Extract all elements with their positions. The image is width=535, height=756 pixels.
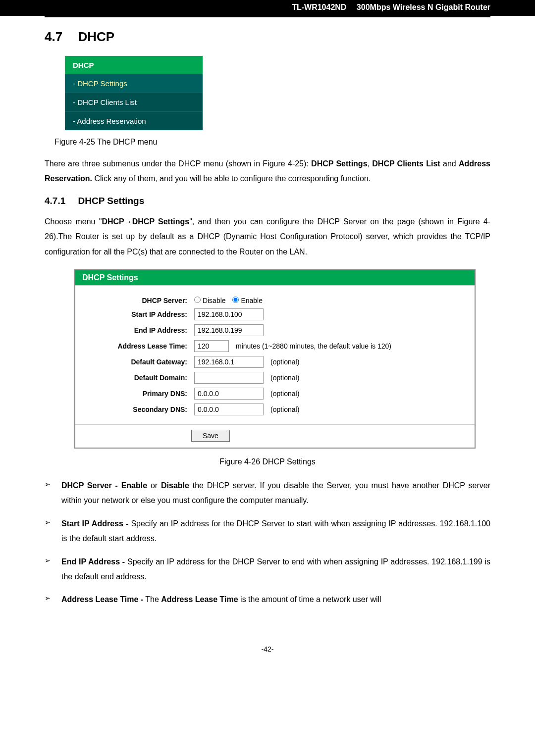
figure-4-25-caption: Figure 4-25 The DHCP menu	[54, 138, 490, 147]
input-end-ip[interactable]	[194, 324, 264, 336]
bold: Address Lease Time -	[61, 595, 143, 604]
text: or	[147, 481, 161, 490]
dhcp-menu: DHCP - DHCP Settings - DHCP Clients List…	[64, 55, 203, 131]
hint-optional: (optional)	[270, 390, 299, 398]
paragraph-choose-menu: Choose menu "DHCP→DHCP Settings", and th…	[45, 214, 490, 259]
dhcp-settings-panel: DHCP Settings DHCP Server: Disable Enabl…	[74, 269, 476, 449]
input-start-ip[interactable]	[194, 308, 264, 320]
dhcp-server-radio-group: Disable Enable	[194, 297, 268, 304]
bold: End IP Address -	[61, 557, 125, 566]
bullet-text: End IP Address - Specify an IP address f…	[61, 554, 490, 585]
subsection-heading: 4.7.1 DHCP Settings	[45, 196, 490, 206]
bullet-text: Address Lease Time - The Address Lease T…	[61, 592, 490, 607]
panel-footer: Save	[75, 424, 475, 448]
subsection-number: 4.7.1	[45, 196, 65, 206]
menu-item-settings: - DHCP Settings	[65, 74, 203, 93]
hint-optional: (optional)	[270, 358, 299, 366]
text: is the amount of time a network user wil…	[238, 595, 381, 604]
input-primary-dns[interactable]	[194, 388, 264, 400]
bold: DHCP Settings	[311, 159, 367, 168]
text: ).The Router is set up by default as a D…	[45, 232, 490, 255]
text: Choose menu "	[45, 217, 102, 226]
radio-text: Enable	[241, 297, 263, 304]
bold: DHCP Settings	[132, 217, 189, 226]
section-heading: 4.7 DHCP	[45, 29, 490, 45]
bullet-text: Start IP Address - Specify an IP address…	[61, 516, 490, 547]
bullet-text: DHCP Server - Enable or Disable the DHCP…	[61, 478, 490, 508]
radio-disable-label[interactable]: Disable	[194, 297, 226, 304]
menu-header: DHCP	[65, 56, 203, 74]
label-end-ip: End IP Address:	[85, 326, 194, 334]
label-gateway: Default Gateway:	[85, 358, 194, 366]
hint-optional: (optional)	[270, 405, 299, 413]
label-dhcp-server: DHCP Server:	[85, 297, 194, 304]
row-dhcp-server: DHCP Server: Disable Enable	[85, 295, 465, 306]
row-secondary-dns: Secondary DNS: (optional)	[85, 402, 465, 417]
bold: Start IP Address -	[61, 519, 128, 528]
text: Specify an IP address for the DHCP Serve…	[61, 557, 490, 581]
text: The	[143, 595, 161, 604]
row-primary-dns: Primary DNS: (optional)	[85, 386, 465, 402]
radio-enable-label[interactable]: Enable	[232, 297, 262, 304]
text: There are three submenus under the DHCP …	[45, 159, 263, 168]
row-gateway: Default Gateway: (optional)	[85, 354, 465, 370]
list-item: ➢ Address Lease Time - The Address Lease…	[45, 592, 490, 607]
label-start-ip: Start IP Address:	[85, 310, 194, 318]
bold: Disable	[161, 481, 189, 490]
paragraph-submenus: There are three submenus under the DHCP …	[45, 156, 490, 187]
product-name: 300Mbps Wireless N Gigabit Router	[357, 3, 490, 11]
input-domain[interactable]	[194, 372, 264, 384]
input-gateway[interactable]	[194, 356, 264, 368]
radio-text: Disable	[203, 297, 226, 304]
panel-body: DHCP Server: Disable Enable Start IP Add…	[75, 285, 475, 424]
label-primary-dns: Primary DNS:	[85, 390, 194, 398]
input-secondary-dns[interactable]	[194, 403, 264, 415]
list-item: ➢ DHCP Server - Enable or Disable the DH…	[45, 478, 490, 508]
page-number: -42-	[0, 630, 535, 663]
row-domain: Default Domain: (optional)	[85, 370, 465, 386]
page-content: 4.7 DHCP DHCP - DHCP Settings - DHCP Cli…	[0, 29, 535, 630]
bold: DHCP	[102, 217, 124, 226]
bold: DHCP Clients List	[372, 159, 440, 168]
bullet-icon: ➢	[45, 516, 61, 526]
bullet-icon: ➢	[45, 592, 61, 602]
panel-title: DHCP Settings	[75, 270, 475, 285]
subsection-title-text: DHCP Settings	[78, 196, 145, 206]
header-rule	[45, 16, 490, 17]
row-end-ip: End IP Address:	[85, 322, 465, 338]
text: ):	[304, 159, 311, 168]
section-title-text: DHCP	[78, 29, 114, 44]
label-lease-time: Address Lease Time:	[85, 342, 194, 350]
radio-enable[interactable]	[232, 297, 239, 303]
hint-lease: minutes (1~2880 minutes, the default val…	[236, 342, 391, 350]
menu-item-reservation: - Address Reservation	[65, 111, 203, 130]
hint-optional: (optional)	[270, 374, 299, 382]
radio-disable[interactable]	[194, 297, 201, 303]
model-code: TL-WR1042ND	[292, 3, 346, 11]
text: ,	[368, 159, 373, 168]
text: Click any of them, and you will be able …	[92, 174, 371, 183]
label-secondary-dns: Secondary DNS:	[85, 405, 194, 413]
label-domain: Default Domain:	[85, 374, 194, 382]
list-item: ➢ Start IP Address - Specify an IP addre…	[45, 516, 490, 547]
text: and	[440, 159, 459, 168]
text: ", and then you can configure the DHCP S…	[189, 217, 457, 226]
section-number: 4.7	[45, 29, 62, 44]
save-button[interactable]: Save	[191, 430, 230, 442]
bullet-icon: ➢	[45, 554, 61, 564]
row-start-ip: Start IP Address:	[85, 306, 465, 322]
bold: DHCP Server - Enable	[61, 481, 147, 490]
fig-ref: Figure 4-25	[263, 159, 304, 168]
bold: Address Lease Time	[161, 595, 238, 604]
bullet-list: ➢ DHCP Server - Enable or Disable the DH…	[45, 478, 490, 607]
input-lease-time[interactable]	[194, 340, 229, 352]
doc-header: TL-WR1042ND 300Mbps Wireless N Gigabit R…	[0, 0, 535, 16]
list-item: ➢ End IP Address - Specify an IP address…	[45, 554, 490, 585]
figure-4-26-caption: Figure 4-26 DHCP Settings	[45, 457, 490, 466]
bullet-icon: ➢	[45, 478, 61, 488]
menu-item-clients: - DHCP Clients List	[65, 93, 203, 111]
arrow-icon: →	[124, 217, 132, 226]
row-lease-time: Address Lease Time: minutes (1~2880 minu…	[85, 338, 465, 354]
